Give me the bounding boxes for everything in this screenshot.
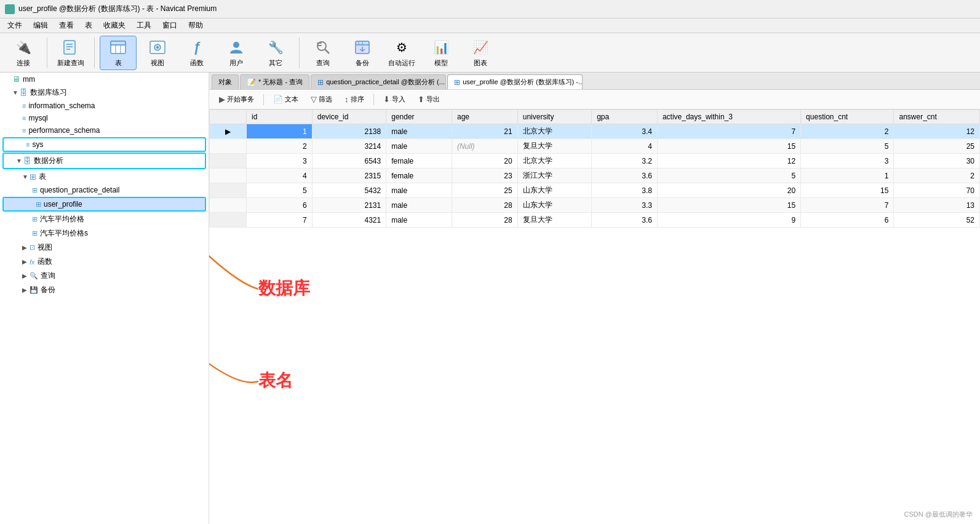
toolbar-table[interactable]: 表: [100, 36, 137, 70]
toolbar-query[interactable]: 查询: [305, 36, 341, 70]
text-btn[interactable]: 📄 文本: [268, 93, 303, 106]
cell-id[interactable]: 3: [247, 154, 313, 169]
tab-query[interactable]: 📝 * 无标题 - 查询: [240, 74, 309, 89]
sidebar-item-db-practice[interactable]: ▼ 🗄 数据库练习: [0, 85, 209, 100]
menu-item-查看[interactable]: 查看: [54, 19, 79, 32]
toolbar-chart[interactable]: 📈 图表: [462, 36, 499, 70]
sidebar-item-backup[interactable]: ▶ 💾 备份: [0, 283, 209, 297]
sidebar-item-functions[interactable]: ▶ fx 函数: [0, 255, 209, 269]
tab-user-profile[interactable]: ⊞ user_profile @数据分析 (数据库练习) -...: [447, 74, 583, 89]
toolbar-view[interactable]: 视图: [139, 36, 176, 70]
cell-question-cnt[interactable]: 15: [801, 183, 894, 198]
cell-age-null[interactable]: (Null): [452, 139, 517, 154]
menu-item-表[interactable]: 表: [80, 19, 97, 32]
menu-item-窗口[interactable]: 窗口: [157, 19, 182, 32]
cell-university[interactable]: 复旦大学: [517, 213, 591, 228]
cell-gpa[interactable]: 3.6: [592, 213, 658, 228]
cell-gender[interactable]: male: [386, 183, 452, 198]
toolbar-backup[interactable]: 备份: [344, 36, 381, 70]
cell-gender[interactable]: male: [386, 124, 452, 139]
cell-gpa[interactable]: 3.6: [592, 169, 658, 183]
menu-item-帮助[interactable]: 帮助: [183, 19, 208, 32]
cell-answer-cnt[interactable]: 13: [894, 198, 980, 213]
cell-gender[interactable]: male: [386, 198, 452, 213]
cell-answer-cnt[interactable]: 70: [894, 183, 980, 198]
filter-btn[interactable]: ▽ 筛选: [306, 93, 337, 106]
cell-age[interactable]: 25: [452, 183, 517, 198]
cell-active-days[interactable]: 15: [657, 139, 800, 154]
import-btn[interactable]: ⬇ 导入: [378, 93, 410, 106]
cell-active-days[interactable]: 20: [657, 183, 800, 198]
cell-answer-cnt[interactable]: 25: [894, 139, 980, 154]
sort-btn[interactable]: ↕ 排序: [340, 93, 369, 106]
cell-question-cnt[interactable]: 7: [801, 198, 894, 213]
cell-id[interactable]: 2: [247, 139, 313, 154]
cell-university[interactable]: 山东大学: [517, 198, 591, 213]
cell-device-id[interactable]: 5432: [312, 183, 386, 198]
sidebar-item-mm[interactable]: 🖥 mm: [0, 73, 209, 85]
cell-gender[interactable]: male: [386, 213, 452, 228]
menu-item-编辑[interactable]: 编辑: [28, 19, 53, 32]
cell-id[interactable]: 1: [247, 124, 313, 139]
cell-age[interactable]: 20: [452, 154, 517, 169]
tab-objects[interactable]: 对象: [212, 74, 239, 89]
toolbar-user[interactable]: 用户: [218, 36, 255, 70]
cell-gender[interactable]: male: [386, 139, 452, 154]
cell-question-cnt[interactable]: 5: [801, 139, 894, 154]
sidebar-item-tables[interactable]: ▼ ⊞ 表: [0, 170, 209, 184]
cell-answer-cnt[interactable]: 12: [894, 124, 980, 139]
sidebar-item-user-profile[interactable]: ⊞ user_profile: [4, 198, 205, 210]
table-scroll[interactable]: id device_id gender age university gpa a…: [209, 109, 980, 228]
cell-gpa[interactable]: 3.4: [592, 124, 658, 139]
menu-item-收藏夹[interactable]: 收藏夹: [98, 19, 130, 32]
toolbar-autorun[interactable]: ⚙ 自动运行: [383, 36, 420, 70]
cell-id[interactable]: 4: [247, 169, 313, 183]
cell-id[interactable]: 7: [247, 213, 313, 228]
cell-device-id[interactable]: 3214: [312, 139, 386, 154]
sidebar-item-performance-schema[interactable]: ≡ performance_schema: [0, 124, 209, 137]
cell-university[interactable]: 山东大学: [517, 183, 591, 198]
cell-question-cnt[interactable]: 2: [801, 124, 894, 139]
export-btn[interactable]: ⬆ 导出: [413, 93, 445, 106]
sidebar-item-queries[interactable]: ▶ 🔍 查询: [0, 269, 209, 283]
cell-gpa[interactable]: 3.3: [592, 198, 658, 213]
cell-gpa[interactable]: 3.8: [592, 183, 658, 198]
cell-age[interactable]: 28: [452, 198, 517, 213]
cell-gender[interactable]: female: [386, 169, 452, 183]
cell-gpa[interactable]: 4: [592, 139, 658, 154]
cell-age[interactable]: 28: [452, 213, 517, 228]
sidebar-item-data-analysis[interactable]: ▼ 🗄 数据分析: [4, 154, 205, 168]
sidebar-item-mysql[interactable]: ≡ mysql: [0, 112, 209, 124]
cell-active-days[interactable]: 12: [657, 154, 800, 169]
cell-id[interactable]: 6: [247, 198, 313, 213]
cell-university[interactable]: 北京大学: [517, 124, 591, 139]
menu-item-工具[interactable]: 工具: [132, 19, 156, 32]
cell-device-id[interactable]: 2138: [312, 124, 386, 139]
cell-university[interactable]: 浙江大学: [517, 169, 591, 183]
sidebar-item-views[interactable]: ▶ ⊡ 视图: [0, 240, 209, 255]
sidebar-item-car-prices[interactable]: ⊞ 汽车平均价格s: [0, 226, 209, 240]
cell-active-days[interactable]: 5: [657, 169, 800, 183]
sidebar-item-question-practice[interactable]: ⊞ question_practice_detail: [0, 184, 209, 196]
toolbar-connect[interactable]: 🔌 连接: [5, 36, 42, 70]
cell-id[interactable]: 5: [247, 183, 313, 198]
tab-question-practice[interactable]: ⊞ question_practice_detail @数据分析 (...: [311, 74, 446, 89]
sidebar-item-car-price[interactable]: ⊞ 汽车平均价格: [0, 212, 209, 226]
cell-device-id[interactable]: 2131: [312, 198, 386, 213]
cell-active-days[interactable]: 7: [657, 124, 800, 139]
cell-gender[interactable]: female: [386, 154, 452, 169]
cell-answer-cnt[interactable]: 2: [894, 169, 980, 183]
cell-gpa[interactable]: 3.2: [592, 154, 658, 169]
cell-active-days[interactable]: 9: [657, 213, 800, 228]
cell-answer-cnt[interactable]: 30: [894, 154, 980, 169]
toolbar-function[interactable]: ƒ 函数: [178, 36, 215, 70]
toolbar-model[interactable]: 📊 模型: [423, 36, 460, 70]
cell-question-cnt[interactable]: 1: [801, 169, 894, 183]
cell-device-id[interactable]: 6543: [312, 154, 386, 169]
toolbar-other[interactable]: 🔧 其它: [257, 36, 294, 70]
cell-question-cnt[interactable]: 6: [801, 213, 894, 228]
sidebar-item-sys[interactable]: ≡ sys: [4, 138, 205, 151]
cell-question-cnt[interactable]: 3: [801, 154, 894, 169]
start-transaction-btn[interactable]: ▶ 开始事务: [214, 93, 259, 106]
cell-active-days[interactable]: 15: [657, 198, 800, 213]
